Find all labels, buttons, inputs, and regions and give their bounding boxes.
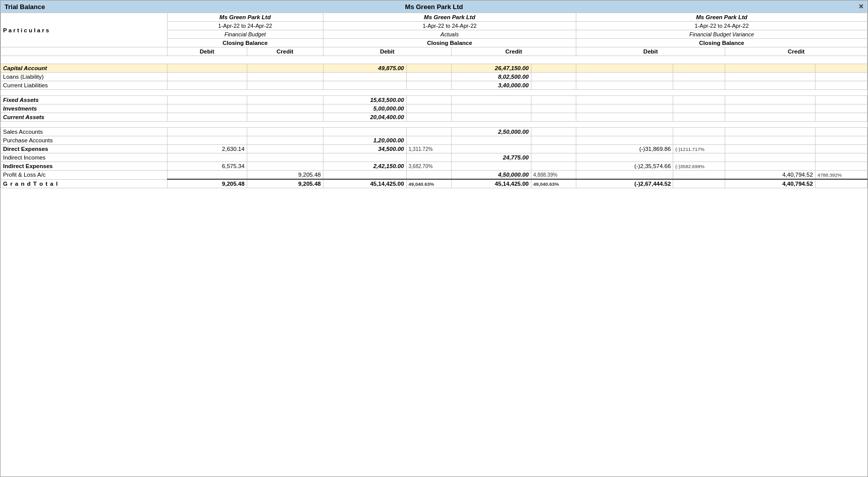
- close-button[interactable]: ×: [859, 2, 863, 11]
- fbv-debit-pct: [673, 73, 725, 81]
- fbv-debit-pct: (-)3582.699%: [673, 162, 725, 171]
- row-name: Indirect Expenses: [1, 162, 168, 171]
- fb-credit: [247, 73, 323, 81]
- act-credit-pct: [531, 136, 576, 145]
- act-dates-header: 1-Apr-22 to 24-Apr-22: [323, 22, 576, 30]
- fbv-debit: [576, 136, 673, 145]
- row-name: Sales Accounts: [1, 128, 168, 136]
- fbv-credit-pct: [815, 113, 867, 122]
- act-credit: [451, 136, 531, 145]
- act-credit: 8,02,500.00: [451, 73, 531, 81]
- grand-total-act-credit-pct: 49,040.63%: [531, 179, 576, 188]
- fbv-credit: 4,40,794.52: [725, 171, 816, 180]
- act-credit-pct: [531, 128, 576, 136]
- window: Trial Balance Ms Green Park Ltd × P a r …: [0, 0, 868, 477]
- fbv-debit: [576, 73, 673, 81]
- row-name: Current Liabilities: [1, 81, 168, 90]
- fb-credit: [247, 96, 323, 104]
- fbv-debit: [576, 153, 673, 162]
- fb-credit: [247, 153, 323, 162]
- act-debit-pct: [406, 104, 451, 113]
- fbv-credit-pct: [815, 136, 867, 145]
- act-credit: 2,50,000.00: [451, 128, 531, 136]
- act-debit: 20,04,400.00: [323, 113, 406, 122]
- fb-closing-header: Closing Balance: [167, 39, 323, 47]
- fbv-debit-pct: (-)1211.717%: [673, 145, 725, 153]
- fb-type-header: Financial Budget: [167, 30, 323, 39]
- act-debit: 15,63,500.00: [323, 96, 406, 104]
- fb-debit: [167, 64, 247, 73]
- fbv-credit: [725, 162, 816, 171]
- fbv-credit-pct: [815, 162, 867, 171]
- table-row: Sales Accounts 2,50,000.00: [1, 128, 867, 136]
- fbv-closing-header: Closing Balance: [576, 39, 867, 47]
- fbv-credit-pct: [815, 145, 867, 153]
- table-row: Investments 5,00,000.00: [1, 104, 867, 113]
- table-row: Indirect Expenses 6,575.34 2,42,150.00 3…: [1, 162, 867, 171]
- grand-total-label: G r a n d T o t a l: [1, 179, 168, 188]
- fb-credit: [247, 162, 323, 171]
- fbv-credit-pct: [815, 153, 867, 162]
- act-debit-pct: [406, 113, 451, 122]
- table-row: Current Assets 20,04,400.00: [1, 113, 867, 122]
- fbv-credit: [725, 113, 816, 122]
- act-debit-pct: [406, 128, 451, 136]
- row-name: Purchase Accounts: [1, 136, 168, 145]
- act-credit-pct: [531, 153, 576, 162]
- act-credit: 26,47,150.00: [451, 64, 531, 73]
- fb-dates-header: 1-Apr-22 to 24-Apr-22: [167, 22, 323, 30]
- fbv-credit-pct: 4788.392%: [815, 171, 867, 180]
- fbv-debit-pct: [673, 64, 725, 73]
- fbv-credit-pct: [815, 104, 867, 113]
- fbv-credit: [725, 81, 816, 90]
- window-title: Trial Balance: [5, 3, 45, 11]
- fbv-debit: [576, 113, 673, 122]
- fbv-credit: [725, 96, 816, 104]
- act-debit: 49,875.00: [323, 64, 406, 73]
- act-closing-header: Closing Balance: [323, 39, 576, 47]
- fb-debit-col: Debit: [167, 47, 247, 56]
- fbv-debit: [576, 96, 673, 104]
- row-name: Direct Expenses: [1, 145, 168, 153]
- fb-credit: [247, 113, 323, 122]
- fbv-credit-col: Credit: [725, 47, 867, 56]
- fbv-debit: [576, 128, 673, 136]
- table-row: Capital Account 49,875.00 26,47,150.00: [1, 64, 867, 73]
- act-debit-pct: [406, 136, 451, 145]
- center-title: Ms Green Park Ltd: [405, 3, 463, 11]
- fb-company-header: Ms Green Park Ltd: [167, 13, 323, 22]
- act-debit: [323, 128, 406, 136]
- grand-total-fbv-debit: (-)2,67,444.52: [576, 179, 673, 188]
- table-row: Loans (Liability) 8,02,500.00: [1, 73, 867, 81]
- table-row: Indirect Incomes 24,775.00: [1, 153, 867, 162]
- fb-credit: [247, 145, 323, 153]
- fb-debit: [167, 73, 247, 81]
- fbv-debit-pct: [673, 128, 725, 136]
- act-debit: 34,500.00: [323, 145, 406, 153]
- fb-debit: [167, 96, 247, 104]
- row-name: Indirect Incomes: [1, 153, 168, 162]
- fb-debit: 6,575.34: [167, 162, 247, 171]
- fbv-credit: [725, 153, 816, 162]
- act-debit-pct: [406, 81, 451, 90]
- act-debit: 1,20,000.00: [323, 136, 406, 145]
- act-debit: [323, 153, 406, 162]
- act-credit: [451, 104, 531, 113]
- act-credit-pct: [531, 162, 576, 171]
- fbv-dates-header: 1-Apr-22 to 24-Apr-22: [576, 22, 867, 30]
- fbv-debit-pct: [673, 153, 725, 162]
- fb-debit: [167, 153, 247, 162]
- table-row: [1, 90, 867, 96]
- fb-credit: [247, 104, 323, 113]
- fbv-debit: [576, 104, 673, 113]
- fbv-credit-pct: [815, 81, 867, 90]
- fbv-debit-pct: [673, 171, 725, 180]
- fbv-debit: [576, 171, 673, 180]
- fbv-debit-col: Debit: [576, 47, 725, 56]
- grand-total-fb-debit: 9,205.48: [167, 179, 247, 188]
- act-credit-pct: [531, 73, 576, 81]
- particulars-label: P a r t i c u l a r s: [3, 27, 49, 33]
- fb-credit: [247, 64, 323, 73]
- fb-credit-col: Credit: [247, 47, 323, 56]
- act-credit-pct: [531, 81, 576, 90]
